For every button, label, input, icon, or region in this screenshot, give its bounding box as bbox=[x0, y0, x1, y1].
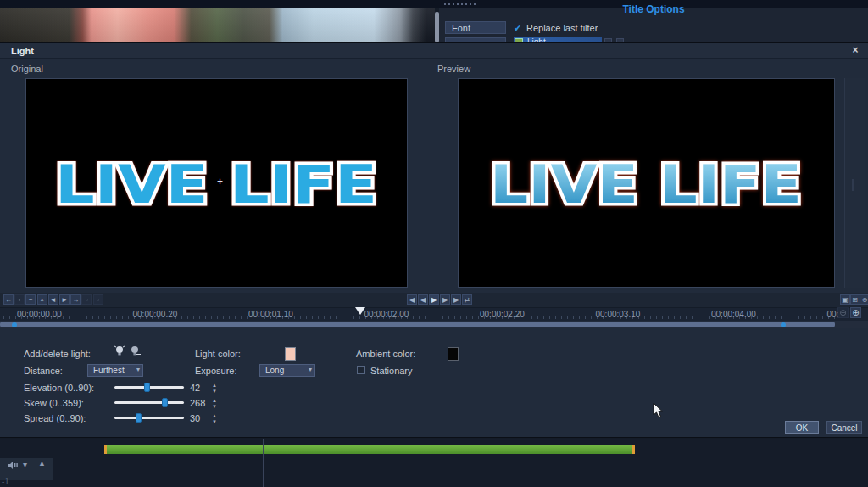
timeline-zoom-in-icon[interactable]: ⊕ bbox=[850, 307, 861, 318]
slider-label: Spread (0..90): bbox=[24, 413, 86, 423]
value-stepper[interactable]: ▴▾ bbox=[209, 397, 220, 410]
stationary-checkbox[interactable] bbox=[357, 366, 365, 374]
slider-track[interactable] bbox=[114, 401, 184, 404]
stepper-down-icon[interactable]: ▾ bbox=[209, 403, 220, 409]
distance-dropdown[interactable]: Furthest ▾ bbox=[87, 364, 143, 377]
light-dialog: Light × Original Preview LIVE LIFE + LIV… bbox=[0, 42, 868, 438]
preview-pane-label: Preview bbox=[437, 64, 470, 74]
distance-value: Furthest bbox=[93, 366, 125, 375]
first-frame-icon[interactable]: ◀ bbox=[407, 294, 417, 305]
exposure-dropdown[interactable]: Long ▾ bbox=[259, 364, 315, 377]
slider-label: Skew (0..359): bbox=[24, 398, 84, 408]
next-frame-icon[interactable]: ▶ bbox=[440, 294, 450, 305]
slider-thumb[interactable] bbox=[144, 383, 150, 392]
speaker-icon[interactable] bbox=[7, 461, 18, 470]
crosshair-cursor-icon: + bbox=[217, 177, 223, 186]
preview-canvas[interactable]: LIVE LIFE bbox=[458, 78, 835, 288]
stationary-label: Stationary bbox=[370, 366, 413, 376]
exposure-value: Long bbox=[265, 366, 284, 375]
stepper-down-icon[interactable]: ▾ bbox=[209, 388, 220, 394]
preview-title-art: LIVE LIFE bbox=[459, 79, 834, 287]
sound-mixer-icon[interactable]: ▲ bbox=[38, 459, 46, 467]
repeat-icon[interactable]: ⇄ bbox=[462, 294, 472, 305]
slider-value: 30 bbox=[190, 413, 200, 423]
clip-trim-handle-right[interactable] bbox=[632, 445, 635, 454]
preview-title-text: LIVE LIFE bbox=[490, 154, 802, 216]
move-keyframe-right-icon[interactable]: ► bbox=[59, 294, 70, 305]
delete-light-icon[interactable] bbox=[129, 345, 142, 357]
play-icon[interactable]: ▶ bbox=[429, 294, 439, 305]
go-to-next-keyframe-icon[interactable]: → bbox=[70, 294, 81, 305]
timeline-scrollbar[interactable] bbox=[0, 322, 835, 327]
original-pane-label: Original bbox=[11, 64, 43, 74]
chevron-down-icon: ▾ bbox=[309, 366, 312, 373]
snapshot-icon[interactable]: ▣ bbox=[840, 294, 850, 305]
scroll-handle-left[interactable] bbox=[12, 322, 17, 327]
track-label: -1 bbox=[2, 477, 9, 486]
dialog-titlebar[interactable] bbox=[0, 43, 868, 59]
timeline-playhead-line bbox=[263, 439, 264, 487]
last-frame-icon[interactable]: ▶ bbox=[451, 294, 461, 305]
stepper-down-icon[interactable]: ▾ bbox=[209, 418, 220, 424]
original-canvas[interactable]: LIVE LIFE + bbox=[25, 78, 408, 288]
keyframe-toolbar: ←▪−×◄►→▫▫◀◀▶▶▶⇄▣⊞⊕ bbox=[0, 293, 868, 307]
slider-value: 268 bbox=[190, 398, 205, 408]
value-stepper[interactable]: ▴▾ bbox=[209, 412, 220, 425]
scroll-handle-right[interactable] bbox=[781, 322, 786, 327]
close-icon[interactable]: × bbox=[848, 44, 863, 58]
fade-in-icon[interactable]: ▫ bbox=[81, 294, 92, 305]
stepper-up-icon[interactable]: ▴ bbox=[209, 382, 220, 388]
previous-frame-icon[interactable]: ◀ bbox=[418, 294, 428, 305]
stepper-up-icon[interactable]: ▴ bbox=[209, 397, 220, 403]
slider-label: Elevation (0..90): bbox=[24, 383, 94, 393]
add-light-icon[interactable] bbox=[114, 345, 126, 357]
cancel-button[interactable]: Cancel bbox=[826, 421, 862, 434]
distance-label: Distance: bbox=[24, 366, 63, 376]
ok-button[interactable]: OK bbox=[785, 421, 819, 434]
go-to-previous-keyframe-icon[interactable]: ← bbox=[3, 294, 14, 305]
ambient-color-label: Ambient color: bbox=[356, 349, 415, 359]
timeline-zoom-out-icon[interactable]: ⊖ bbox=[837, 307, 849, 318]
enlarge-preview-icon[interactable]: ⊕ bbox=[860, 294, 868, 305]
stepper-up-icon[interactable]: ▴ bbox=[209, 412, 220, 418]
light-color-swatch[interactable] bbox=[285, 347, 296, 361]
chevron-down-icon[interactable]: ▾ bbox=[23, 460, 27, 469]
collapsed-side-strip bbox=[844, 78, 865, 288]
move-keyframe-left-icon[interactable]: ◄ bbox=[48, 294, 58, 305]
light-color-label: Light color: bbox=[195, 349, 241, 359]
title-options-header: Title Options bbox=[439, 3, 868, 15]
delete-keyframe-icon[interactable]: × bbox=[37, 294, 47, 305]
value-stepper[interactable]: ▴▾ bbox=[209, 382, 220, 395]
slider-value: 42 bbox=[190, 383, 200, 393]
video-preview-thumbnail bbox=[0, 8, 435, 42]
slider-thumb[interactable] bbox=[136, 413, 142, 423]
exposure-label: Exposure: bbox=[195, 366, 237, 376]
dialog-title: Light bbox=[11, 46, 34, 56]
title-clip[interactable] bbox=[104, 445, 635, 454]
playhead-marker[interactable] bbox=[355, 307, 365, 315]
slider-track[interactable] bbox=[114, 417, 184, 419]
font-tab-button[interactable]: Font bbox=[445, 21, 506, 34]
side-strip-handle[interactable] bbox=[852, 179, 854, 191]
add-delete-light-label: Add/delete light: bbox=[24, 349, 91, 359]
app-window: Title Options Font ✔ Replace last filter… bbox=[0, 0, 868, 487]
slider-thumb[interactable] bbox=[162, 398, 168, 407]
chevron-down-icon: ▾ bbox=[136, 366, 140, 373]
clip-trim-handle-left[interactable] bbox=[104, 445, 107, 454]
keyframe-tool-icon[interactable]: ▪ bbox=[14, 294, 25, 305]
ambient-color-swatch[interactable] bbox=[448, 347, 459, 361]
ruler-ticks bbox=[3, 316, 835, 319]
replace-filter-label: Replace last filter bbox=[526, 23, 598, 33]
original-title-text: LIVE LIFE bbox=[55, 154, 377, 216]
fade-out-icon[interactable]: ▫ bbox=[93, 294, 103, 305]
replace-filter-checkbox[interactable]: ✔ bbox=[514, 23, 521, 34]
split-preview-icon[interactable]: ⊞ bbox=[850, 294, 860, 305]
remove-keyframe-icon[interactable]: − bbox=[25, 294, 36, 305]
